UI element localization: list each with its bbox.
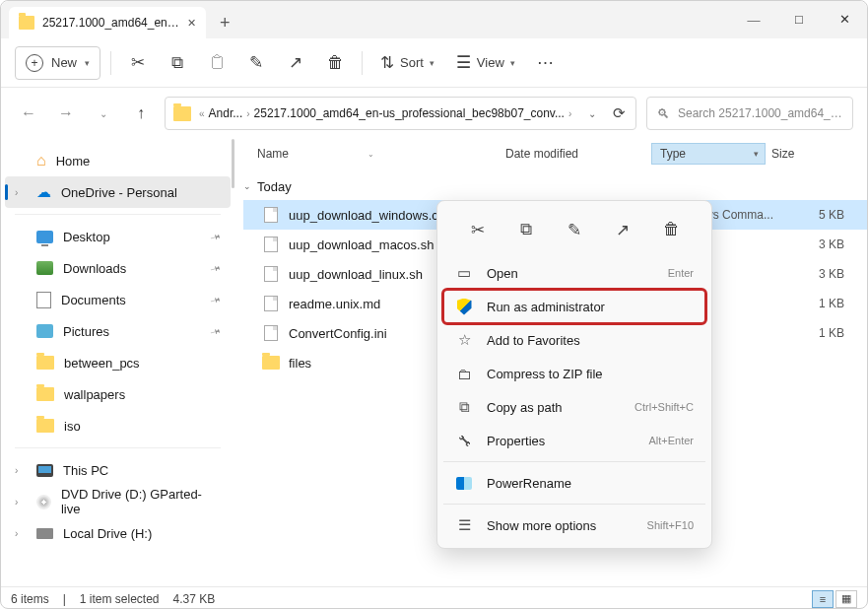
- status-count: 6 items: [11, 592, 49, 606]
- ctx-hint: Enter: [668, 267, 694, 279]
- sort-button[interactable]: ⇅ Sort ▾: [372, 46, 442, 80]
- folder-icon: [36, 387, 54, 401]
- column-size[interactable]: Size: [771, 147, 831, 161]
- ctx-properties[interactable]: 🔧︎ Properties Alt+Enter: [443, 424, 705, 457]
- home-icon: ⌂: [36, 152, 46, 169]
- copy-button[interactable]: ⧉: [161, 46, 194, 80]
- sidebar-item-iso[interactable]: iso: [1, 410, 234, 441]
- sidebar-item-desktop[interactable]: Desktop 📌︎: [1, 221, 234, 252]
- file-size: 1 KB: [795, 326, 844, 340]
- group-header[interactable]: ⌄ Today: [243, 172, 867, 200]
- search-input[interactable]: 🔍︎ Search 25217.1000_amd64_e...: [646, 97, 853, 130]
- column-type[interactable]: Type▾: [651, 143, 766, 165]
- new-tab-button[interactable]: +: [206, 13, 244, 34]
- sidebar-item-between-pcs[interactable]: between_pcs: [1, 347, 234, 378]
- context-menu: ✂ ⧉ ✎ ↗ 🗑︎ ▭ Open Enter Run as administr…: [436, 200, 712, 549]
- status-selected: 1 item selected: [80, 592, 160, 606]
- ctx-label: Show more options: [487, 518, 634, 533]
- ctx-rename-button[interactable]: ✎: [558, 213, 591, 246]
- minimize-button[interactable]: —: [731, 1, 776, 38]
- ctx-add-favorites[interactable]: ☆ Add to Favorites: [443, 323, 705, 357]
- sidebar-item-home[interactable]: ⌂ Home: [1, 145, 234, 176]
- ctx-cut-button[interactable]: ✂: [461, 213, 495, 246]
- cut-button[interactable]: ✂: [121, 46, 155, 80]
- rename-button[interactable]: ✎: [239, 46, 273, 80]
- breadcrumb[interactable]: « Andr... › 25217.1000_amd64_en-us_profe…: [165, 97, 636, 130]
- search-placeholder: Search 25217.1000_amd64_e...: [678, 106, 842, 120]
- refresh-button[interactable]: ⟳: [613, 104, 626, 122]
- cloud-icon: ☁: [36, 183, 51, 201]
- shield-icon: [455, 299, 473, 315]
- thumbnails-view-button[interactable]: ▦: [835, 590, 857, 608]
- ctx-run-as-admin[interactable]: Run as administrator: [443, 290, 705, 323]
- sh-file-icon: [264, 237, 278, 252]
- sidebar-item-label: This PC: [63, 463, 108, 478]
- path-icon: ⧉: [455, 398, 473, 416]
- delete-button[interactable]: 🗑︎: [318, 46, 352, 80]
- ini-file-icon: [264, 325, 278, 341]
- ctx-hint: Ctrl+Shift+C: [634, 401, 694, 413]
- view-icon: ☰: [456, 52, 471, 73]
- ctx-share-button[interactable]: ↗: [606, 213, 639, 246]
- ctx-powerrename[interactable]: PowerRename: [443, 466, 705, 500]
- chevron-right-icon: ›: [15, 528, 27, 539]
- view-button[interactable]: ☰ View ▾: [448, 46, 523, 80]
- downloads-icon: [36, 261, 53, 275]
- sidebar-item-wallpapers[interactable]: wallpapers: [1, 378, 234, 410]
- sidebar-item-dvd[interactable]: › DVD Drive (D:) GParted-live: [1, 486, 234, 517]
- sidebar-item-label: OneDrive - Personal: [61, 185, 177, 200]
- forward-button[interactable]: →: [52, 100, 80, 127]
- sidebar-item-documents[interactable]: Documents 📌︎: [1, 284, 234, 315]
- details-view-button[interactable]: ≡: [812, 590, 834, 608]
- titlebar: 25217.1000_amd64_en-us_pro ✕ + — □ ✕: [1, 1, 867, 38]
- open-icon: ▭: [455, 264, 473, 282]
- new-label: New: [51, 55, 77, 70]
- folder-icon: [173, 106, 191, 121]
- back-button[interactable]: ←: [15, 100, 42, 127]
- ctx-more-options[interactable]: ☰ Show more options Shift+F10: [443, 508, 705, 542]
- up-button[interactable]: ↑: [127, 100, 155, 127]
- chevron-down-icon: ▾: [85, 58, 90, 68]
- breadcrumb-seg[interactable]: Andr...: [209, 106, 243, 120]
- close-window-button[interactable]: ✕: [822, 1, 867, 38]
- sidebar-item-pictures[interactable]: Pictures 📌︎: [1, 315, 234, 347]
- more-button[interactable]: ⋯: [529, 46, 563, 80]
- column-name[interactable]: Name⌄: [257, 147, 505, 161]
- tab-title: 25217.1000_amd64_en-us_pro: [42, 16, 179, 30]
- share-button[interactable]: ↗: [279, 46, 312, 80]
- ellipsis-icon: ⋯: [537, 52, 554, 73]
- sh-file-icon: [264, 266, 278, 282]
- breadcrumb-dropdown[interactable]: ⌄: [588, 108, 596, 119]
- paste-button[interactable]: 📋︎: [200, 46, 234, 80]
- close-tab-icon[interactable]: ✕: [187, 17, 196, 30]
- ctx-hint: Shift+F10: [647, 519, 694, 531]
- window-tab[interactable]: 25217.1000_amd64_en-us_pro ✕: [9, 7, 206, 38]
- breadcrumb-seg[interactable]: 25217.1000_amd64_en-us_professional_bec9…: [254, 106, 565, 120]
- sidebar-item-local-drive[interactable]: › Local Drive (H:): [1, 517, 234, 549]
- folder-icon: [36, 356, 54, 370]
- sidebar-item-this-pc[interactable]: › This PC: [1, 454, 234, 486]
- new-button[interactable]: + New ▾: [15, 46, 100, 80]
- ctx-compress-zip[interactable]: 🗀 Compress to ZIP file: [443, 357, 705, 390]
- sidebar-item-onedrive[interactable]: › ☁ OneDrive - Personal: [5, 176, 231, 208]
- md-file-icon: [264, 296, 278, 311]
- chevron-right-icon: ›: [568, 108, 571, 119]
- recent-button[interactable]: ⌄: [90, 100, 117, 127]
- sidebar-item-label: between_pcs: [64, 356, 140, 371]
- file-size: 5 KB: [795, 208, 844, 222]
- ctx-delete-button[interactable]: 🗑︎: [654, 213, 688, 246]
- more-icon: ☰: [455, 516, 473, 534]
- sidebar-item-label: Pictures: [63, 324, 109, 339]
- sidebar-item-downloads[interactable]: Downloads 📌︎: [1, 252, 234, 284]
- wrench-icon: 🔧︎: [455, 433, 473, 449]
- column-date[interactable]: Date modified: [505, 147, 651, 161]
- share-icon: ↗: [616, 220, 630, 240]
- ctx-copy-path[interactable]: ⧉ Copy as path Ctrl+Shift+C: [443, 390, 705, 424]
- star-icon: ☆: [455, 331, 473, 349]
- status-divider: |: [63, 592, 66, 606]
- ctx-open[interactable]: ▭ Open Enter: [443, 256, 705, 290]
- sort-indicator-icon: ⌄: [367, 150, 374, 159]
- ctx-copy-button[interactable]: ⧉: [509, 213, 543, 246]
- drive-icon: [36, 528, 53, 539]
- maximize-button[interactable]: □: [776, 1, 822, 38]
